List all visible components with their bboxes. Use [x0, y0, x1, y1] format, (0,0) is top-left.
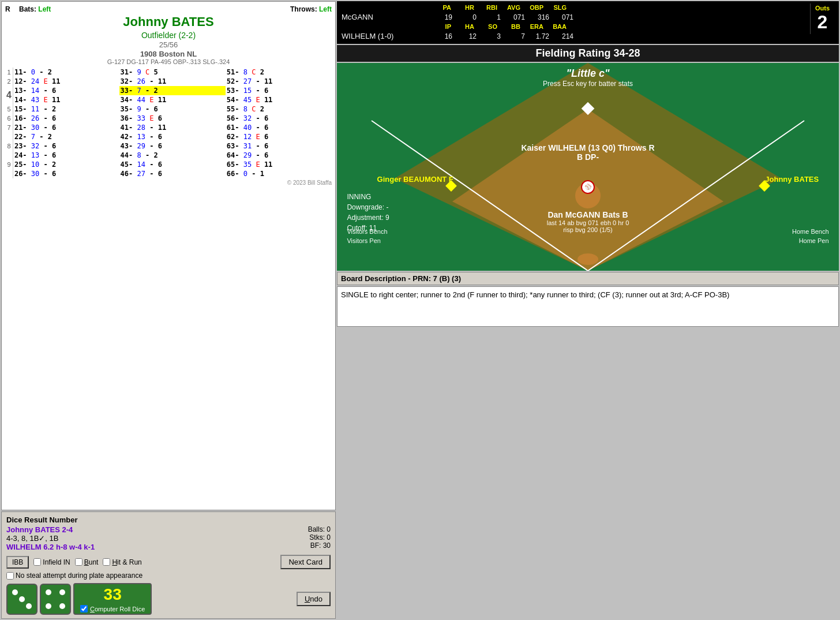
die-dot [59, 589, 65, 595]
balls-display: Balls: 0 [284, 525, 331, 533]
table-row: 2 12- 24 E 11 32- 26 - 11 [5, 77, 332, 86]
ha-header: HA [453, 23, 474, 30]
adjustment-label: Adjustment: 9 [347, 212, 389, 223]
svg-point-4 [578, 253, 598, 265]
table-row: 9 25- 10 - 2 45- 14 - 6 [5, 160, 332, 169]
result-col: 54- 45 E 11 [226, 95, 332, 104]
dice-panel: Dice Result Number Johnny BATES 2-4 4-3,… [1, 511, 336, 619]
table-row: 4 13- 14 - 6 33- 7 - 2 [5, 86, 332, 95]
board-description-label: Board Description - PRN: 7 (B) (3) [337, 272, 839, 285]
bunt-checkbox[interactable] [75, 558, 82, 566]
pitcher-label: Kaiser WILHELM (13 Q0) Throws R B DP- [521, 143, 654, 162]
batter-stats: last 14 ab bvg 071 ebh 0 hr 0 [547, 219, 629, 226]
outs-value: 2 [815, 12, 830, 33]
stks-display: Stks: 0 [284, 533, 331, 541]
bats-label: Bats: [19, 5, 36, 13]
result-col: 62- 12 E 6 [226, 132, 332, 141]
result-col: 55- 8 C 2 [226, 104, 332, 114]
row-num-6: 6 [5, 114, 13, 123]
no-steal-checkbox-label[interactable]: No steal attempt during plate appearance [6, 572, 142, 580]
result-col: 11- 0 - 2 [13, 68, 119, 77]
so-header: SO [477, 23, 497, 30]
computer-roll-checkbox[interactable] [80, 605, 88, 612]
result-col: 42- 13 - 6 [119, 132, 226, 141]
next-card-button[interactable]: Next Card [280, 555, 331, 569]
no-steal-label: No steal attempt during plate appearance [16, 572, 142, 580]
card-header: R Bats: Left Throws: Left [5, 5, 332, 13]
result-col: 16- 26 - 6 [13, 114, 119, 123]
pitcher-era: 1.72 [528, 32, 549, 40]
bats-info: Bats: Left [19, 5, 51, 13]
dice-pitcher-line: WILHELM 6.2 h-8 w-4 k-1 [6, 543, 275, 551]
result-col-highlight: 33- 7 - 2 [119, 86, 226, 95]
bunt-checkbox-label[interactable]: Bunt [75, 558, 99, 566]
pitcher-bb: 7 [504, 32, 525, 40]
pitcher-name: WILHELM (1-0) [342, 32, 428, 40]
result-col: 12- 24 E 11 [13, 77, 119, 86]
batter-rbi: 1 [480, 13, 501, 21]
result-col: 21- 30 - 6 [13, 123, 119, 132]
batter-obp: 316 [528, 13, 549, 21]
throws-label: Throws: [290, 5, 317, 13]
dice-result-line: 4-3, 8, 1B✓, 1B [6, 534, 275, 543]
computer-roll-label: Computer Roll Dice [80, 605, 145, 612]
result-col: 65- 35 E 11 [226, 160, 332, 169]
player-rating: 25/56 [5, 40, 332, 49]
pitcher-ha: 12 [456, 32, 477, 40]
fielding-rating-header: Fielding Rating 34-28 [337, 45, 839, 62]
die-dot [12, 589, 18, 595]
dice-display-row: 33 Computer Roll Dice Undo [6, 583, 331, 615]
ibb-button[interactable]: IBB [6, 556, 29, 569]
bats-value: Left [38, 5, 51, 13]
hit-run-label: Hit & Run [112, 558, 141, 566]
table-row: 24- 13 - 6 44- 8 - 2 64- [5, 151, 332, 160]
player-stats-line: G-127 DG-117 PA-495 OBP-.313 SLG-.324 [5, 58, 332, 65]
hit-run-checkbox[interactable] [103, 558, 110, 566]
result-col: 31- 9 C 5 [119, 68, 226, 77]
result-col: 64- 29 - 6 [226, 151, 332, 160]
bf-display: BF: 30 [284, 541, 331, 550]
batter-pa: 19 [432, 13, 452, 21]
no-steal-checkbox[interactable] [6, 572, 14, 580]
pitcher-header-row: IP HA SO BB ERA BAA [342, 23, 808, 31]
pitcher-ip: 16 [432, 32, 452, 40]
result-col: 51- 8 C 2 [226, 68, 332, 77]
undo-button[interactable]: Undo [297, 592, 331, 606]
batter-row: McGANN 19 0 1 071 316 071 [342, 12, 808, 23]
little-c-label: "Little c" Press Esc key for batter stat… [543, 68, 633, 88]
result-col: 34- 44 E 11 [119, 95, 226, 104]
baseball-icon: ⚾ [581, 180, 595, 194]
scoreboard: PA HR RBI AVG OBP SLG McGANN 19 0 1 071 … [337, 1, 839, 44]
board-text: SINGLE to right center; runner to 2nd (F… [337, 286, 839, 327]
field-container: "Little c" Press Esc key for batter stat… [337, 63, 839, 271]
row-num-empty3 [5, 169, 13, 178]
result-col: 25- 10 - 2 [13, 160, 119, 169]
result-col: 45- 14 - 6 [119, 160, 226, 169]
infield-in-checkbox[interactable] [33, 558, 41, 566]
home-bench: Home Bench Home Pen [792, 227, 829, 246]
obp-header: OBP [523, 4, 543, 11]
rbi-header: RBI [477, 4, 497, 11]
computer-roll-text: Computer Roll Dice [90, 606, 145, 612]
pitcher-row: WILHELM (1-0) 16 12 3 7 1.72 214 [342, 31, 808, 42]
result-col: 46- 27 - 6 [119, 169, 226, 178]
copyright-text: © 2023 Bill Staffa [5, 180, 332, 186]
hit-run-checkbox-label[interactable]: Hit & Run [103, 558, 141, 566]
infield-in-checkbox-label[interactable]: Infield IN [33, 558, 70, 566]
dice-panel-title: Dice Result Number [6, 516, 331, 524]
result-col: 41- 28 - 11 [119, 123, 226, 132]
outs-label: Outs [815, 5, 830, 12]
bf-label: BF: [310, 541, 321, 550]
computer-roll-num: 33 [80, 585, 145, 604]
left-fielder-label: Ginger BEAUMONT F [377, 175, 453, 184]
home-bench-label: Home Bench [792, 227, 829, 237]
inning-label: INNING [347, 192, 389, 202]
left-panel: R Bats: Left Throws: Left Johnny BATES O… [1, 1, 336, 619]
table-row: 14- 43 E 11 34- 44 E 11 54- [5, 95, 332, 104]
row-num-empty2 [5, 151, 13, 160]
batter-info: Dan McGANN Bats B last 14 ab bvg 071 ebh… [547, 210, 629, 233]
die-dot [46, 603, 51, 609]
era-header: ERA [523, 23, 543, 30]
die-1 [6, 584, 38, 615]
steal-row: No steal attempt during plate appearance [6, 572, 331, 580]
